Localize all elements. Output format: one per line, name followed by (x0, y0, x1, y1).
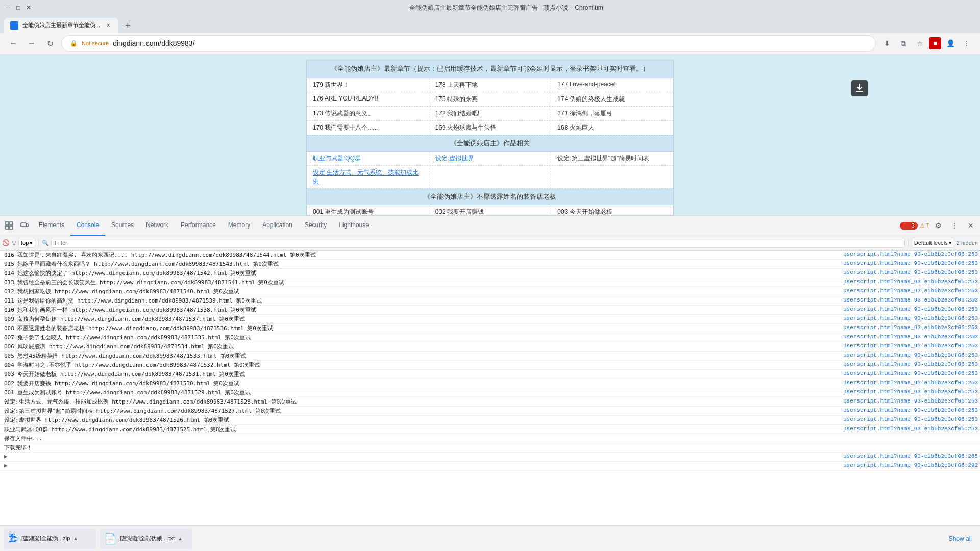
inspect-element-button[interactable] (2, 218, 16, 233)
tab-network[interactable]: Network (140, 215, 175, 236)
close-devtools-button[interactable]: ✕ (964, 218, 978, 233)
tab-performance[interactable]: Performance (175, 215, 222, 236)
log-source[interactable]: userscript.html?name_93-e1b6b2e3cf06:253 (835, 269, 978, 276)
log-row: 职业与武器:QQ群 http://www.dingdiann.com/ddk89… (0, 425, 980, 434)
log-text: 009 女孩为何孕短裙 http://www.dingdiann.com/ddk… (4, 315, 831, 323)
show-all-downloads[interactable]: Show all (945, 533, 976, 544)
related-row: 设定:生活方式、元气系统、技能加成比例 (307, 166, 673, 189)
log-row: ▶userscript.html?name_93-e1b6b2e3cf06:29… (0, 462, 980, 471)
download-chevron-zip[interactable]: ▲ (73, 536, 78, 541)
log-text: 004 学游时习之,不亦悦乎 http://www.dingdiann.com/… (4, 361, 831, 369)
tab-lighthouse[interactable]: Lighthouse (333, 215, 375, 236)
svg-rect-0 (6, 222, 9, 225)
log-row: 004 学游时习之,不亦悦乎 http://www.dingdiann.com/… (0, 361, 980, 370)
account-button[interactable]: 👤 (943, 36, 958, 51)
new-tab-button[interactable]: + (120, 19, 135, 33)
bookmark-button[interactable]: ☆ (913, 36, 927, 51)
chapter-cell: 175 特殊的来宾 (429, 92, 552, 106)
log-source[interactable]: userscript.html?name_93-e1b6b2e3cf06:253 (835, 389, 978, 395)
log-source[interactable]: userscript.html?name_93-e1b6b2e3cf06:253 (835, 297, 978, 303)
menu-button[interactable]: ⋮ (960, 36, 974, 51)
log-text: 013 我曾经全垒前三的会长该笑风生 http://www.dingdiann.… (4, 279, 831, 286)
tab-sources[interactable]: Sources (105, 215, 140, 236)
related-cell[interactable]: 职业与武器:QQ群 (307, 152, 429, 165)
device-toggle-button[interactable] (17, 218, 32, 233)
log-source[interactable]: userscript.html?name_93-e1b6b2e3cf06:253 (835, 324, 978, 331)
filter-icon: 🔍 (42, 240, 49, 246)
extensions-button[interactable]: ■ (929, 37, 941, 49)
log-row: 设定:生活方式、元气系统、技能加成比例 http://www.dingdiann… (0, 397, 980, 407)
log-row: 015 她嫁子里面藏着什么东西吗？ http://www.dingdiann.c… (0, 260, 980, 269)
separator2 (908, 238, 909, 247)
download-button[interactable]: ⬇ (880, 36, 894, 51)
tab-security[interactable]: Security (299, 215, 333, 236)
log-source[interactable]: userscript.html?name_93-e1b6b2e3cf06:253 (835, 260, 978, 266)
log-source[interactable]: userscript.html?name_93-e1b6b2e3cf06:253 (835, 352, 978, 358)
book-chapter-cell: 001 重生成为测试账号 (307, 205, 429, 215)
active-tab[interactable]: 全能伪娘店主最新章节全能伪... ✕ (4, 18, 118, 33)
maximize-button[interactable]: □ (14, 4, 22, 12)
log-source[interactable]: userscript.html?name_93-e1b6b2e3cf06:253 (835, 416, 978, 422)
log-source[interactable]: userscript.html?name_93-e1b6b2e3cf06:253 (835, 288, 978, 294)
log-levels-select[interactable]: Default levels ▾ (912, 238, 954, 248)
status-bar: 🗜 [蓝湖凝]全能伪...zip ▲ 📄 [蓝湖凝]全能伪娘....txt ▲ … (0, 525, 980, 551)
log-source[interactable]: userscript.html?name_93-e1b6b2e3cf06:253 (835, 251, 978, 257)
tab-favicon (10, 21, 18, 30)
settings-button[interactable]: ⚙ (931, 218, 945, 233)
back-button[interactable]: ← (6, 36, 20, 51)
log-source[interactable]: userscript.html?name_93-e1b6b2e3cf06:253 (835, 306, 978, 312)
tab-application[interactable]: Application (256, 215, 299, 236)
close-button[interactable]: ✕ (24, 4, 33, 12)
download-chevron-txt[interactable]: ▲ (178, 536, 183, 541)
book-chapter-row: 001 重生成为测试账号 002 我要开店赚钱 003 今天开始做老板 (307, 205, 673, 215)
download-info-txt: [蓝湖凝]全能伪娘....txt (120, 535, 175, 542)
address-input[interactable]: 🔒 Not secure dingdiann.com/ddk89983/ (61, 35, 876, 52)
log-source[interactable]: userscript.html?name_93-e1b6b2e3cf06:253 (835, 425, 978, 432)
chapter-cell: 174 伪娘的终极人生成就 (551, 92, 673, 106)
log-source[interactable]: userscript.html?name_93-e1b6b2e3cf06:253 (835, 398, 978, 404)
screencapture-button[interactable]: ⧉ (896, 36, 911, 51)
log-row: 设定:虚拟世界 http://www.dingdiann.com/ddk8998… (0, 416, 980, 425)
clear-console-icon[interactable]: 🚫 (2, 239, 10, 246)
related-cell (429, 166, 552, 188)
tab-elements[interactable]: Elements (33, 215, 70, 236)
log-text: 设定:生活方式、元气系统、技能加成比例 http://www.dingdiann… (4, 398, 831, 406)
chapter-cell: 170 我们需要十八个...... (307, 121, 429, 135)
download-item-zip[interactable]: 🗜 [蓝湖凝]全能伪...zip ▲ (4, 529, 96, 549)
forward-button[interactable]: → (24, 36, 39, 51)
chapter-cell: 178 上天再下地 (429, 78, 552, 92)
download-item-txt[interactable]: 📄 [蓝湖凝]全能伪娘....txt ▲ (100, 529, 192, 549)
context-selector[interactable]: top ▾ (18, 238, 35, 248)
log-source[interactable]: userscript.html?name_93-e1b6b2e3cf06:253 (835, 407, 978, 413)
more-options-button[interactable]: ⋮ (947, 218, 962, 233)
log-source[interactable]: userscript.html?name_93-e1b6b2e3cf06:253 (835, 343, 978, 349)
console-filter-input[interactable] (51, 238, 904, 248)
log-source[interactable]: userscript.html?name_93-e1b6b2e3cf06:253 (835, 279, 978, 285)
log-source[interactable]: userscript.html?name_93-e1b6b2e3cf06:265 (835, 453, 978, 459)
log-source[interactable]: userscript.html?name_93-e1b6b2e3cf06:253 (835, 361, 978, 367)
log-source[interactable]: userscript.html?name_93-e1b6b2e3cf06:253 (835, 315, 978, 321)
log-text: 设定:第三虚拟世界"超"简易时间表 http://www.dingdiann.c… (4, 407, 831, 415)
reload-button[interactable]: ↻ (43, 36, 57, 51)
log-source[interactable]: userscript.html?name_93-e1b6b2e3cf06:292 (835, 462, 978, 468)
devtools-tab-right: 🚫 3 ⚠ 7 ⚙ ⋮ ✕ (900, 218, 978, 233)
book-header: 《全能伪娘店主》不愿透露姓名的装备店老板 (307, 189, 673, 205)
console-log-output[interactable]: 016 我知道是，来自红魔乡, 喜欢的东西记.... http://www.di… (0, 251, 980, 525)
devtools-panel: Elements Console Sources Network Perform… (0, 215, 980, 525)
chapter-row: 176 ARE YOU READY!! 175 特殊的来宾 174 伪娘的终极人… (307, 92, 673, 107)
log-source[interactable]: userscript.html?name_93-e1b6b2e3cf06:253 (835, 380, 978, 386)
log-text: 下载完毕！ (4, 444, 978, 452)
filter-toggle-icon[interactable]: ▽ (12, 239, 16, 246)
related-cell[interactable]: 设定:虚拟世界 (429, 152, 552, 165)
minimize-button[interactable]: ─ (4, 4, 12, 12)
log-row: 011 这是我借给你的高利贷 http://www.dingdiann.com/… (0, 296, 980, 306)
chapter-cell: 177 Love-and-peace! (551, 78, 673, 92)
tab-memory[interactable]: Memory (222, 215, 256, 236)
related-cell[interactable]: 设定:生活方式、元气系统、技能加成比例 (307, 166, 429, 188)
svg-rect-2 (6, 226, 9, 229)
page-content-area: 《全能伪娘店主》最新章节（提示：已启用缓存技术，最新章节可能会延时显示，登录书架… (0, 55, 980, 215)
log-source[interactable]: userscript.html?name_93-e1b6b2e3cf06:253 (835, 334, 978, 340)
tab-console[interactable]: Console (70, 215, 105, 236)
tab-close-button[interactable]: ✕ (104, 21, 112, 30)
log-source[interactable]: userscript.html?name_93-e1b6b2e3cf06:253 (835, 370, 978, 377)
